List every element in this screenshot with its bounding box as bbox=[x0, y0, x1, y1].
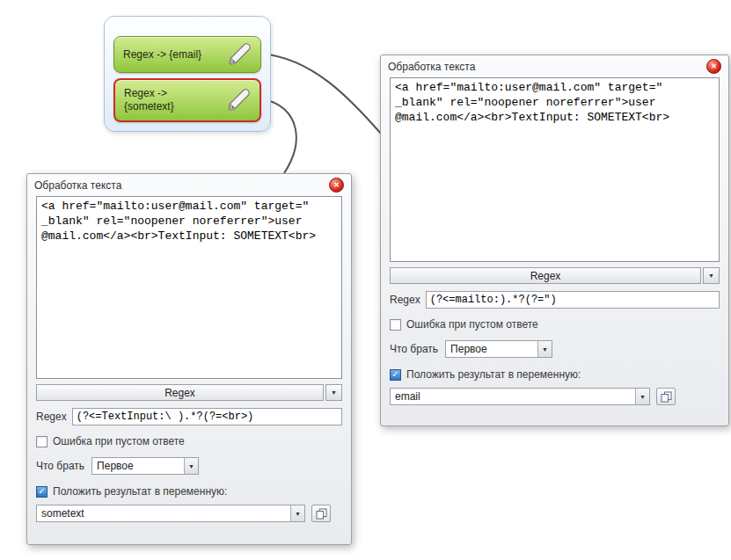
mode-button[interactable]: Regex bbox=[390, 267, 701, 284]
take-select[interactable]: Первое bbox=[445, 340, 552, 358]
regex-input[interactable] bbox=[426, 291, 720, 309]
dialog-titlebar[interactable]: Обработка текста bbox=[381, 55, 728, 77]
error-checkbox-label: Ошибка при пустом ответе bbox=[406, 318, 538, 331]
error-checkbox-label: Ошибка при пустом ответе bbox=[53, 435, 185, 447]
mode-dropdown-arrow-icon[interactable] bbox=[325, 384, 342, 401]
pen-icon bbox=[226, 40, 254, 69]
dialog-titlebar[interactable]: Обработка текста bbox=[27, 174, 351, 196]
copy-button[interactable] bbox=[311, 505, 331, 522]
mode-dropdown-arrow-icon[interactable] bbox=[703, 267, 720, 284]
put-to-variable-label: Положить результат в переменную: bbox=[53, 485, 227, 498]
variable-select[interactable]: sometext bbox=[36, 505, 305, 522]
variable-select[interactable]: email bbox=[390, 388, 650, 405]
action-block-sometext-selected[interactable]: Regex -> {sometext} bbox=[113, 78, 261, 122]
chevron-down-icon[interactable] bbox=[635, 389, 649, 404]
pen-icon bbox=[225, 86, 253, 114]
action-group[interactable]: Regex -> {email} Regex -> {sometext} bbox=[104, 16, 271, 132]
regex-label: Regex bbox=[390, 294, 420, 306]
action-block-email[interactable]: Regex -> {email} bbox=[113, 36, 261, 73]
error-checkbox[interactable] bbox=[36, 436, 48, 447]
text-processing-dialog-email: Обработка текста <a href="mailto:user@ma… bbox=[380, 55, 729, 426]
variable-name: email bbox=[391, 390, 635, 403]
action-block-label: Regex -> {email} bbox=[114, 48, 226, 62]
mode-button[interactable]: Regex bbox=[36, 384, 324, 401]
dialog-title: Обработка текста bbox=[34, 179, 329, 192]
text-processing-dialog-sometext: Обработка текста <a href="mailto:user@ma… bbox=[26, 173, 352, 545]
chevron-down-icon[interactable] bbox=[537, 341, 552, 357]
regex-label: Regex bbox=[36, 411, 67, 423]
error-checkbox[interactable] bbox=[390, 319, 401, 331]
take-select[interactable]: Первое bbox=[91, 457, 199, 475]
action-block-label: Regex -> {sometext} bbox=[115, 87, 225, 113]
variable-name: sometext bbox=[37, 507, 290, 520]
close-icon[interactable] bbox=[706, 59, 721, 74]
take-select-value: Первое bbox=[92, 460, 184, 472]
put-to-variable-checkbox[interactable] bbox=[36, 486, 48, 498]
copy-icon bbox=[316, 508, 327, 520]
close-icon[interactable] bbox=[329, 178, 344, 193]
put-to-variable-label: Положить результат в переменную: bbox=[406, 368, 581, 381]
canvas: Regex -> {email} Regex -> {sometext} Обр… bbox=[0, 0, 731, 560]
put-to-variable-checkbox[interactable] bbox=[390, 369, 401, 381]
dialog-title: Обработка текста bbox=[388, 61, 706, 73]
source-text-area[interactable]: <a href="mailto:user@mail.com" target=" … bbox=[36, 196, 342, 379]
take-select-value: Первое bbox=[446, 343, 537, 355]
take-label: Что брать bbox=[390, 343, 438, 355]
chevron-down-icon[interactable] bbox=[290, 505, 304, 521]
take-label: Что брать bbox=[36, 460, 84, 472]
chevron-down-icon[interactable] bbox=[184, 458, 198, 474]
connector-email bbox=[261, 54, 381, 134]
copy-icon bbox=[661, 391, 672, 403]
copy-button[interactable] bbox=[656, 388, 676, 405]
regex-input[interactable] bbox=[72, 408, 342, 425]
source-text-area[interactable]: <a href="mailto:user@mail.com" target=" … bbox=[390, 77, 720, 262]
